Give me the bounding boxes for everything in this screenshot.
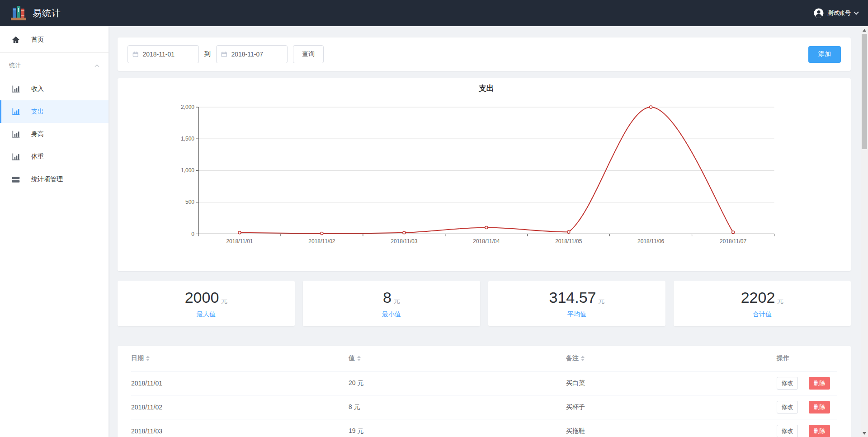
sort-icon[interactable] xyxy=(357,356,361,361)
home-icon xyxy=(11,35,20,44)
chevron-up-icon xyxy=(95,64,99,69)
sidebar-item-label: 支出 xyxy=(31,108,44,116)
sidebar-item-home[interactable]: 首页 xyxy=(0,28,108,51)
brand: 易统计 xyxy=(10,5,61,22)
date-from-input[interactable] xyxy=(142,51,194,58)
sidebar-item-label: 身高 xyxy=(31,130,44,138)
sidebar-item-expense[interactable]: 支出 xyxy=(0,100,108,123)
main-content: 到 查询 添加 支出05001,0001,5002,0002018/11/012… xyxy=(108,26,861,437)
col-header-note[interactable]: 备注 xyxy=(566,354,777,362)
sidebar-item-income[interactable]: 收入 xyxy=(0,78,108,100)
data-point xyxy=(321,232,323,235)
avatar-icon xyxy=(814,8,824,18)
x-tick-label: 2018/11/07 xyxy=(720,238,746,244)
user-menu[interactable]: 测试账号 xyxy=(814,8,858,18)
stat-label: 合计值 xyxy=(753,310,772,319)
scroll-down-button[interactable] xyxy=(861,429,868,437)
app-logo-icon xyxy=(10,5,27,22)
delete-button[interactable]: 删除 xyxy=(809,377,830,390)
sort-icon[interactable] xyxy=(146,356,150,361)
x-tick-label: 2018/11/06 xyxy=(637,238,664,244)
bar-chart-icon xyxy=(11,107,20,116)
edit-button[interactable]: 修改 xyxy=(777,425,798,437)
stat-unit: 元 xyxy=(394,297,400,304)
sidebar-item-height[interactable]: 身高 xyxy=(0,123,108,146)
user-name: 测试账号 xyxy=(827,9,851,17)
scrollbar[interactable] xyxy=(861,26,868,437)
data-point xyxy=(567,230,570,233)
stat-value: 8 xyxy=(383,289,392,306)
cell-value: 8 元 xyxy=(349,403,566,411)
cell-date: 2018/11/03 xyxy=(131,428,349,435)
query-button[interactable]: 查询 xyxy=(293,45,324,63)
cell-value: 19 元 xyxy=(349,427,566,435)
scroll-thumb[interactable] xyxy=(862,34,867,149)
y-tick-label: 1,000 xyxy=(181,167,194,174)
calendar-icon xyxy=(221,51,227,58)
delete-button[interactable]: 删除 xyxy=(809,425,830,437)
x-tick-label: 2018/11/01 xyxy=(226,238,253,244)
sidebar-item-manage[interactable]: 统计项管理 xyxy=(0,168,108,191)
stats-row: 2000元 最大值 8元 最小值 314.57元 平均值 2202元 合计值 xyxy=(118,281,851,326)
calendar-icon xyxy=(132,51,138,58)
cell-date: 2018/11/01 xyxy=(131,380,349,387)
y-tick-label: 0 xyxy=(191,231,194,237)
col-header-date[interactable]: 日期 xyxy=(131,354,349,362)
chart-card: 支出05001,0001,5002,0002018/11/012018/11/0… xyxy=(118,78,851,271)
line-series xyxy=(240,107,733,233)
stat-card-avg: 314.57元 平均值 xyxy=(488,281,665,326)
delete-button[interactable]: 删除 xyxy=(809,401,830,414)
scroll-up-button[interactable] xyxy=(861,26,868,34)
table-row: 2018/11/01 20 元 买白菜 修改 删除 xyxy=(131,371,837,395)
date-to-input[interactable] xyxy=(231,51,283,58)
date-to-field[interactable] xyxy=(216,45,288,63)
data-point xyxy=(403,231,406,234)
data-point xyxy=(650,106,652,108)
to-label: 到 xyxy=(204,50,211,58)
y-tick-label: 1,500 xyxy=(181,136,194,142)
col-header-value[interactable]: 值 xyxy=(349,354,566,362)
data-point xyxy=(485,226,488,229)
list-icon xyxy=(11,175,20,184)
header-bar: 易统计 测试账号 xyxy=(0,0,868,26)
cell-date: 2018/11/02 xyxy=(131,404,349,411)
edit-button[interactable]: 修改 xyxy=(777,377,798,390)
bar-chart-icon xyxy=(11,85,20,94)
cell-note: 买白菜 xyxy=(566,379,777,387)
edit-button[interactable]: 修改 xyxy=(777,401,798,414)
sidebar-item-label: 收入 xyxy=(31,85,44,93)
sidebar-item-label: 统计项管理 xyxy=(31,175,63,183)
y-tick-label: 500 xyxy=(185,199,194,205)
add-button[interactable]: 添加 xyxy=(808,46,841,63)
sidebar-section-stats[interactable]: 统计 xyxy=(0,53,108,78)
stat-unit: 元 xyxy=(777,297,783,304)
sort-icon[interactable] xyxy=(581,356,585,361)
stat-card-min: 8元 最小值 xyxy=(303,281,480,326)
stat-label: 最小值 xyxy=(382,310,401,319)
cell-note: 买杯子 xyxy=(566,403,777,411)
table-header-row: 日期 值 备注 操作 xyxy=(131,346,837,371)
x-tick-label: 2018/11/02 xyxy=(308,238,335,244)
expense-line-chart: 支出05001,0001,5002,0002018/11/012018/11/0… xyxy=(118,78,851,271)
sidebar: 首页 统计 收入 支出 身高 xyxy=(0,26,108,437)
stat-card-total: 2202元 合计值 xyxy=(674,281,851,326)
stat-value: 2000 xyxy=(185,289,219,306)
stat-card-max: 2000元 最大值 xyxy=(118,281,295,326)
sidebar-item-weight[interactable]: 体重 xyxy=(0,146,108,168)
stat-label: 最大值 xyxy=(197,310,216,319)
section-label: 统计 xyxy=(9,61,21,70)
cell-value: 20 元 xyxy=(349,379,566,387)
stat-value: 2202 xyxy=(741,289,775,306)
sidebar-item-label: 首页 xyxy=(31,36,44,44)
stat-unit: 元 xyxy=(221,297,227,304)
stat-unit: 元 xyxy=(599,297,605,304)
date-from-field[interactable] xyxy=(127,45,199,63)
app-title: 易统计 xyxy=(33,7,61,19)
table-card: 日期 值 备注 操作 2018/11/01 20 元 买白菜 修改 删除 xyxy=(118,346,851,437)
chevron-down-icon xyxy=(854,9,859,14)
table-row: 2018/11/03 19 元 买拖鞋 修改 删除 xyxy=(131,419,837,437)
data-point xyxy=(238,231,241,234)
col-header-actions: 操作 xyxy=(777,354,837,362)
sidebar-item-label: 体重 xyxy=(31,153,44,161)
x-tick-label: 2018/11/03 xyxy=(391,238,417,244)
